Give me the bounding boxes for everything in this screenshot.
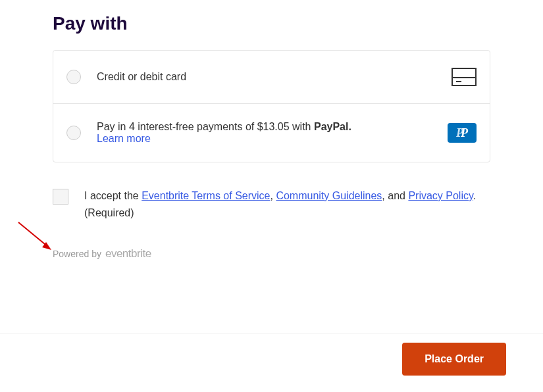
footer-bar: Place Order: [0, 333, 543, 392]
option-card-label: Credit or debit card: [97, 71, 452, 83]
paypal-icon: PP: [448, 123, 477, 143]
terms-checkbox[interactable]: [53, 189, 68, 205]
paypal-brand: PayPal.: [314, 121, 351, 132]
option-paypal[interactable]: Pay in 4 interest-free payments of $13.0…: [53, 103, 490, 162]
option-card[interactable]: Credit or debit card: [53, 51, 490, 103]
terms-row: I accept the Eventbrite Terms of Service…: [53, 187, 490, 221]
learn-more-link[interactable]: Learn more: [97, 133, 448, 145]
eventbrite-logo: eventbrite: [105, 247, 151, 260]
credit-card-icon: [452, 68, 477, 86]
payment-options: Credit or debit card Pay in 4 interest-f…: [53, 50, 490, 162]
terms-prefix: I accept the: [84, 190, 142, 201]
place-order-button[interactable]: Place Order: [402, 343, 506, 376]
tos-link[interactable]: Eventbrite Terms of Service: [142, 190, 270, 201]
powered-by-label: Powered by: [53, 249, 101, 259]
page-title: Pay with: [53, 13, 490, 34]
paypal-prefix: Pay in 4 interest-free payments of $13.0…: [97, 121, 314, 132]
terms-sep2: , and: [382, 190, 408, 201]
community-guidelines-link[interactable]: Community Guidelines: [276, 190, 382, 201]
privacy-policy-link[interactable]: Privacy Policy: [408, 190, 473, 201]
powered-by: Powered by eventbrite: [53, 247, 490, 260]
terms-text: I accept the Eventbrite Terms of Service…: [84, 187, 490, 221]
radio-card[interactable]: [66, 70, 81, 84]
option-paypal-line: Pay in 4 interest-free payments of $13.0…: [97, 121, 448, 133]
radio-paypal[interactable]: [66, 126, 81, 140]
